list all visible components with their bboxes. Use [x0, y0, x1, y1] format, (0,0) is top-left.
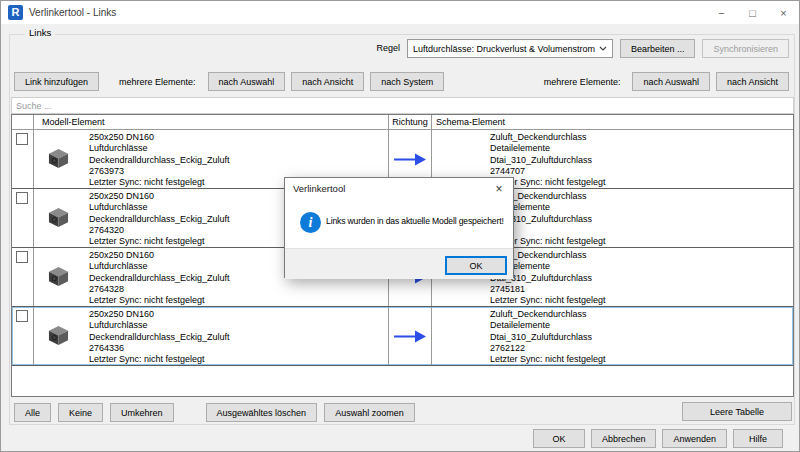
schema-category: Detailelemente	[490, 320, 606, 331]
model-cube-icon	[47, 325, 70, 348]
zoom-selection-button[interactable]: Auswahl zoomen	[324, 403, 415, 422]
schema-system: Zuluft_Deckendurchlass	[490, 309, 606, 320]
info-icon: i	[300, 212, 321, 233]
select-none-button[interactable]: Keine	[58, 403, 103, 422]
app-logo-icon: R	[8, 5, 23, 20]
help-button[interactable]: Hilfe	[733, 429, 783, 448]
rule-dropdown-value: Luftdurchlässe: Druckverlust & Volumenst…	[413, 44, 596, 54]
selection-bar: Alle Keine Umkehren Ausgewähltes löschen…	[14, 403, 415, 422]
by-view-button-right[interactable]: nach Ansicht	[716, 72, 789, 91]
row-checkbox[interactable]	[16, 192, 28, 204]
schema-family: Dtai_310_Zuluftdurchlass	[490, 332, 606, 343]
direction-cell	[389, 307, 432, 365]
edit-rule-button[interactable]: Bearbeiten ...	[620, 39, 696, 58]
model-id: 2764328	[89, 284, 230, 295]
rule-dropdown[interactable]: Luftdurchlässe: Druckverlust & Volumenst…	[407, 39, 613, 58]
schema-element-cell: Zuluft_Deckendurchlass Detailelemente Dt…	[432, 307, 793, 365]
schema-id: 2762122	[490, 343, 606, 354]
model-category: Luftdurchlässe	[89, 202, 230, 213]
by-selection-button-left[interactable]: nach Auswahl	[208, 72, 286, 91]
message-dialog-text: Links wurden in das aktuelle Modell gesp…	[326, 216, 508, 226]
links-group-label: Links	[25, 27, 55, 38]
model-category: Luftdurchlässe	[89, 320, 230, 331]
multiple-elements-label-left: mehrere Elemente:	[119, 77, 196, 87]
model-category: Luftdurchlässe	[89, 143, 230, 154]
direction-arrow-icon	[393, 153, 427, 166]
multiple-elements-label-right: mehrere Elemente:	[544, 77, 621, 87]
by-selection-button-right[interactable]: nach Auswahl	[632, 72, 710, 91]
row-checkbox-cell	[12, 307, 34, 365]
schema-sync-status: Letzter Sync: nicht festgelegt	[490, 295, 606, 306]
table-header: Modell-Element Richtung Schema-Element	[12, 115, 793, 130]
model-size: 250x250 DN160	[89, 132, 230, 143]
message-dialog-titlebar[interactable]: Verlinkertool ×	[285, 178, 513, 199]
invert-selection-button[interactable]: Umkehren	[110, 403, 174, 422]
schema-system: Zuluft_Deckendurchlass	[490, 132, 606, 143]
schema-category: Detailelemente	[490, 143, 606, 154]
model-category: Luftdurchlässe	[89, 261, 230, 272]
add-link-button[interactable]: Link hinzufügen	[14, 72, 99, 91]
model-sync-status: Letzter Sync: nicht festgelegt	[89, 177, 230, 188]
by-system-button[interactable]: nach System	[370, 72, 444, 91]
direction-arrow-icon	[393, 330, 427, 343]
minimize-button[interactable]: −	[706, 1, 737, 24]
message-dialog-close-icon[interactable]: ×	[489, 178, 509, 199]
model-size: 250x250 DN160	[89, 250, 230, 261]
maximize-button[interactable]: □	[737, 1, 768, 24]
model-family: Deckendralldurchlass_Eckig_Zuluft	[89, 332, 230, 343]
model-id: 2764320	[89, 225, 230, 236]
model-family: Deckendralldurchlass_Eckig_Zuluft	[89, 273, 230, 284]
chevron-down-icon	[599, 46, 607, 51]
model-cube-icon	[47, 266, 70, 289]
verlinkertool-window: R Verlinkertool - Links − □ × Links Rege…	[0, 0, 800, 452]
model-size: 250x250 DN160	[89, 191, 230, 202]
clear-table-button[interactable]: Leere Tabelle	[682, 402, 792, 421]
dialog-footer: OK Abbrechen Anwenden Hilfe	[533, 429, 783, 448]
by-view-button-left[interactable]: nach Ansicht	[291, 72, 364, 91]
row-checkbox[interactable]	[16, 310, 28, 322]
model-element-cell: 250x250 DN160 Luftdurchlässe Deckendrall…	[34, 307, 389, 365]
delete-selected-button[interactable]: Ausgewähltes löschen	[206, 403, 318, 422]
model-family: Deckendralldurchlass_Eckig_Zuluft	[89, 214, 230, 225]
row-checkbox-cell	[12, 130, 34, 188]
schema-id: 2745181	[490, 284, 606, 295]
window-titlebar[interactable]: R Verlinkertool - Links − □ ×	[1, 1, 799, 24]
window-title: Verlinkertool - Links	[29, 1, 116, 24]
rule-bar: Regel Luftdurchlässe: Druckverlust & Vol…	[376, 39, 789, 58]
schema-sync-status: Letzter Sync: nicht festgelegt	[490, 354, 606, 365]
schema-id: 2744707	[490, 166, 606, 177]
message-dialog: Verlinkertool × i Links wurden in das ak…	[284, 177, 514, 278]
select-all-button[interactable]: Alle	[14, 403, 51, 422]
cancel-button[interactable]: Abbrechen	[591, 429, 657, 448]
header-model-element: Modell-Element	[34, 115, 389, 129]
row-checkbox-cell	[12, 189, 34, 247]
message-dialog-title: Verlinkertool	[293, 178, 345, 199]
search-input[interactable]	[11, 97, 794, 114]
schema-family: Dtai_310_Zuluftdurchlass	[490, 155, 606, 166]
rule-label: Regel	[376, 39, 400, 58]
row-checkbox[interactable]	[16, 251, 28, 263]
close-button[interactable]: ×	[768, 1, 799, 24]
model-sync-status: Letzter Sync: nicht festgelegt	[89, 236, 230, 247]
add-link-bar-right: mehrere Elemente: nach Auswahl nach Ansi…	[544, 72, 789, 91]
model-sync-status: Letzter Sync: nicht festgelegt	[89, 295, 230, 306]
row-checkbox-cell	[12, 248, 34, 306]
apply-button[interactable]: Anwenden	[662, 429, 727, 448]
model-sync-status: Letzter Sync: nicht festgelegt	[89, 354, 230, 365]
header-direction: Richtung	[389, 115, 432, 129]
ok-button[interactable]: OK	[533, 429, 585, 448]
model-cube-icon	[47, 148, 70, 171]
model-id: 2764336	[89, 343, 230, 354]
model-family: Deckendralldurchlass_Eckig_Zuluft	[89, 155, 230, 166]
message-dialog-ok-button[interactable]: OK	[445, 256, 507, 275]
header-schema-element: Schema-Element	[432, 115, 793, 129]
message-dialog-footer: OK	[285, 248, 513, 279]
table-row[interactable]: 250x250 DN160 Luftdurchlässe Deckendrall…	[12, 307, 793, 366]
model-size: 250x250 DN160	[89, 309, 230, 320]
model-cube-icon	[47, 207, 70, 230]
window-controls: − □ ×	[706, 1, 799, 24]
header-checkbox-column	[12, 115, 34, 129]
row-checkbox[interactable]	[16, 133, 28, 145]
synchronize-button[interactable]: Synchronisieren	[702, 39, 789, 58]
model-id: 2763973	[89, 166, 230, 177]
